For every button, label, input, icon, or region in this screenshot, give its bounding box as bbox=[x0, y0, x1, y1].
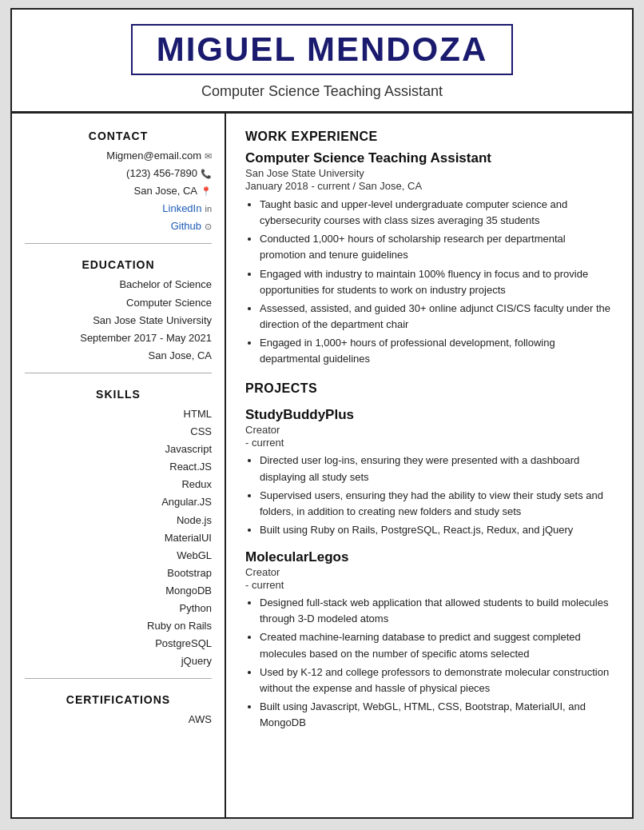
project-bullets: Directed user log-ins, ensuring they wer… bbox=[260, 453, 613, 538]
projects-title: PROJECTS bbox=[245, 381, 613, 396]
phone: (123) 456-7890 bbox=[126, 165, 197, 182]
skill-item: Angular.JS bbox=[25, 493, 212, 511]
work-experience-title: WORK EXPERIENCE bbox=[245, 130, 613, 144]
bullet-item: Designed full-stack web application that… bbox=[260, 595, 613, 627]
bullet-item: Assessed, assisted, and guided 30+ onlin… bbox=[260, 301, 613, 333]
email: Migmen@email.com bbox=[106, 147, 201, 165]
skill-item: WebGL bbox=[25, 547, 212, 565]
project-title: MolecularLegos bbox=[245, 549, 613, 565]
github-row[interactable]: Github ⊙ bbox=[25, 217, 212, 235]
skill-item: React.JS bbox=[25, 458, 212, 476]
location: San Jose, CA bbox=[134, 182, 198, 200]
bullet-item: Created machine-learning database to pre… bbox=[260, 629, 613, 661]
divider-2 bbox=[25, 373, 212, 373]
certifications-list: AWS bbox=[25, 711, 212, 728]
skill-item: Python bbox=[25, 600, 212, 617]
location-row: San Jose, CA 📍 bbox=[25, 182, 212, 200]
jobs-list: Computer Science Teaching AssistantSan J… bbox=[245, 150, 613, 367]
contact-title: CONTACT bbox=[25, 130, 212, 142]
resume: MIGUEL MENDOZA Computer Science Teaching… bbox=[10, 8, 634, 819]
education-title: EDUCATION bbox=[25, 258, 212, 271]
bullet-item: Conducted 1,000+ hours of scholarship re… bbox=[260, 231, 613, 263]
skill-item: MongoDB bbox=[25, 582, 212, 600]
phone-row: (123) 456-7890 📞 bbox=[25, 165, 212, 182]
bullet-item: Used by K-12 and college professors to d… bbox=[260, 664, 613, 696]
project-entry: StudyBuddyPlusCreator- currentDirected u… bbox=[245, 407, 613, 538]
skill-item: PostgreSQL bbox=[25, 635, 212, 652]
phone-icon: 📞 bbox=[201, 166, 212, 182]
email-row: Migmen@email.com ✉ bbox=[25, 147, 212, 165]
skill-item: Redux bbox=[25, 476, 212, 493]
project-entry: MolecularLegosCreator- currentDesigned f… bbox=[245, 549, 613, 731]
bullet-item: Supervised users, ensuring they had the … bbox=[260, 488, 613, 520]
bullet-item: Taught basic and upper-level undergradua… bbox=[260, 197, 613, 229]
location-icon: 📍 bbox=[201, 184, 212, 199]
github-icon: ⊙ bbox=[205, 219, 212, 234]
skill-item: CSS bbox=[25, 423, 212, 441]
linkedin-row[interactable]: LinkedIn in bbox=[25, 200, 212, 217]
edu-location: San Jose, CA bbox=[25, 347, 212, 365]
skill-item: Node.js bbox=[25, 512, 212, 529]
project-role: Creator bbox=[245, 566, 613, 578]
cert-item: AWS bbox=[25, 711, 212, 728]
bullet-item: Built using Ruby on Rails, PostgreSQL, R… bbox=[260, 522, 613, 538]
skill-item: HTML bbox=[25, 405, 212, 423]
job-title: Computer Science Teaching Assistant bbox=[245, 150, 613, 166]
skills-list: HTMLCSSJavascriptReact.JSReduxAngular.JS… bbox=[25, 405, 212, 670]
email-icon: ✉ bbox=[205, 149, 212, 164]
main-content: WORK EXPERIENCE Computer Science Teachin… bbox=[226, 114, 632, 817]
project-duration: - current bbox=[245, 579, 613, 591]
sidebar: CONTACT Migmen@email.com ✉ (123) 456-789… bbox=[12, 114, 226, 817]
first-name: MIGUEL bbox=[157, 30, 307, 68]
body-section: CONTACT Migmen@email.com ✉ (123) 456-789… bbox=[12, 114, 632, 817]
skill-item: jQuery bbox=[25, 652, 212, 670]
resume-header: MIGUEL MENDOZA Computer Science Teaching… bbox=[12, 10, 632, 114]
github-link[interactable]: Github bbox=[171, 217, 201, 235]
project-title: StudyBuddyPlus bbox=[245, 407, 613, 423]
job-org: San Jose State University bbox=[245, 167, 613, 179]
bullet-item: Directed user log-ins, ensuring they wer… bbox=[260, 453, 613, 485]
skills-title: SKILLS bbox=[25, 388, 212, 401]
skill-item: Javascript bbox=[25, 441, 212, 458]
major: Computer Science bbox=[25, 294, 212, 312]
skill-item: Bootstrap bbox=[25, 565, 212, 582]
certifications-title: CERTIFICATIONS bbox=[25, 693, 212, 706]
degree: Bachelor of Science bbox=[25, 276, 212, 293]
project-bullets: Designed full-stack web application that… bbox=[260, 595, 613, 731]
name-box: MIGUEL MENDOZA bbox=[131, 24, 514, 75]
job-bullets: Taught basic and upper-level undergradua… bbox=[260, 197, 613, 367]
projects-list: StudyBuddyPlusCreator- currentDirected u… bbox=[245, 407, 613, 731]
skill-item: Ruby on Rails bbox=[25, 617, 212, 635]
last-name: MENDOZA bbox=[307, 30, 487, 68]
divider-1 bbox=[25, 243, 212, 244]
job-entry: Computer Science Teaching AssistantSan J… bbox=[245, 150, 613, 367]
full-name: MIGUEL MENDOZA bbox=[157, 30, 488, 69]
bullet-item: Built using Javascript, WebGL, HTML, CSS… bbox=[260, 699, 613, 731]
bullet-item: Engaged with industry to maintain 100% f… bbox=[260, 266, 613, 298]
edu-dates: September 2017 - May 2021 bbox=[25, 329, 212, 347]
divider-3 bbox=[25, 678, 212, 679]
linkedin-link[interactable]: LinkedIn bbox=[162, 200, 201, 217]
job-meta: January 2018 - current / San Jose, CA bbox=[245, 180, 613, 192]
project-duration: - current bbox=[245, 437, 613, 449]
project-role: Creator bbox=[245, 424, 613, 436]
linkedin-icon: in bbox=[205, 202, 212, 217]
university: San Jose State University bbox=[25, 312, 212, 329]
bullet-item: Engaged in 1,000+ hours of professional … bbox=[260, 335, 613, 367]
subtitle: Computer Science Teaching Assistant bbox=[44, 83, 600, 100]
skill-item: MaterialUI bbox=[25, 529, 212, 547]
